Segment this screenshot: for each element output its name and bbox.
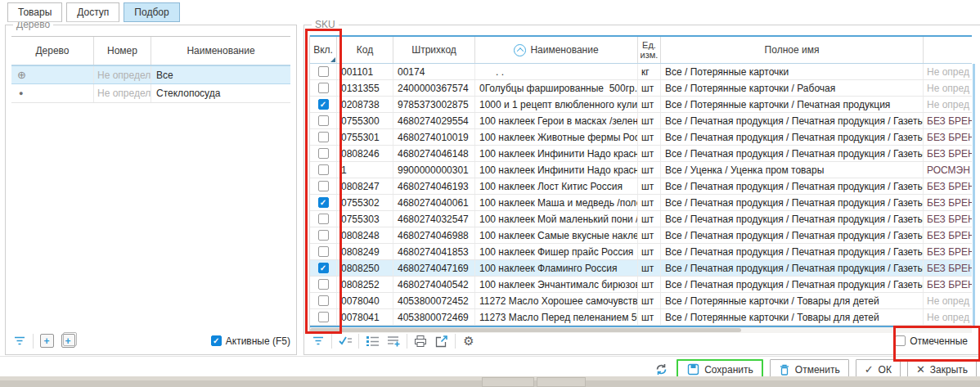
- tree-row[interactable]: ⊕Не определенВсе: [11, 65, 290, 84]
- sku-row[interactable]: 0078040405380007245211272 Масло Хорошее …: [310, 293, 972, 309]
- row-include-checkbox[interactable]: [318, 197, 329, 208]
- cell-unit: шт: [638, 129, 661, 145]
- filter-icon[interactable]: [11, 333, 28, 349]
- tree-groupbox: Дерево Дерево Номер Наименование ⊕Не опр…: [5, 25, 297, 355]
- row-include-checkbox[interactable]: [318, 230, 329, 241]
- sku-row[interactable]: 08082484680274046988100 наклеек Самые вк…: [310, 227, 972, 244]
- row-include-checkbox[interactable]: [318, 66, 329, 77]
- settings-gear-icon[interactable]: ⚙: [461, 333, 477, 349]
- sku-row[interactable]: 08082504680274047169100 наклеек Фламинго…: [310, 260, 972, 277]
- row-include-checkbox[interactable]: [318, 214, 329, 224]
- toolbar-divider: [455, 334, 456, 349]
- cell-code: 0808247: [337, 178, 393, 194]
- row-include-checkbox[interactable]: [318, 148, 329, 159]
- row-include-checkbox[interactable]: [318, 99, 329, 110]
- cell-name: 100 наклеек Самые вкусные наклейкі: [475, 227, 638, 243]
- sku-row[interactable]: 19900000000301100 наклеек Инфинити Надо …: [310, 162, 972, 178]
- row-include-checkbox[interactable]: [318, 246, 329, 257]
- sku-row[interactable]: 07553034680274032547100 наклеек Мой мале…: [310, 211, 972, 227]
- cell-name: 100 наклеек Энчантималс бирюзовая: [475, 277, 638, 292]
- save-icon: [686, 363, 699, 376]
- cell-unit: шт: [638, 178, 661, 194]
- cell-barcode: 4680274010019: [393, 129, 475, 145]
- sku-row[interactable]: 07553014680274010019100 наклеек Животные…: [310, 129, 972, 146]
- col-header-brand[interactable]: [924, 37, 972, 63]
- row-include-checkbox[interactable]: [318, 83, 329, 93]
- toolbar-divider: [33, 334, 34, 349]
- sku-row[interactable]: 013135524000003675740Голубцы фаршированн…: [310, 80, 972, 97]
- sku-table: Вкл. Код Штрихкод Наименование Ед. изм. …: [309, 35, 972, 333]
- tree-table-body: ⊕Не определенВсе●Не определенСтеклопосуд…: [11, 65, 290, 103]
- active-checkbox[interactable]: [211, 335, 222, 346]
- row-include-checkbox[interactable]: [318, 295, 329, 306]
- row-include-checkbox[interactable]: [318, 164, 329, 175]
- cell-code: 0808246: [337, 146, 393, 161]
- cell-brand: БЕЗ БРЕН,: [924, 244, 972, 259]
- vertical-scrollbar[interactable]: [973, 64, 975, 326]
- cell-barcode: 00174: [393, 64, 475, 79]
- marked-filter-toggle[interactable]: Отмеченные: [895, 335, 968, 347]
- marked-checkbox[interactable]: [895, 335, 906, 346]
- sku-row[interactable]: 07553004680274029554100 наклеек Герои в …: [310, 113, 972, 129]
- sku-row[interactable]: 08082524680274040542100 наклеек Энчантим…: [310, 277, 972, 293]
- cell-code: 0755300: [337, 113, 393, 128]
- sku-row[interactable]: 08082464680274046148100 наклеек Инфинити…: [310, 146, 972, 162]
- col-header-barcode[interactable]: Штрихкод: [393, 37, 475, 63]
- sku-row[interactable]: 07553024680274040061100 наклеек Маша и м…: [310, 195, 972, 211]
- cell-name: 100 наклеек Инфинити Надо красная: [475, 162, 638, 178]
- filter-icon[interactable]: [310, 333, 326, 349]
- active-filter-toggle[interactable]: Активные (F5): [211, 335, 290, 347]
- col-header-name[interactable]: Наименование: [475, 37, 638, 63]
- tab-dostup[interactable]: Доступ: [66, 2, 119, 22]
- row-include-checkbox[interactable]: [318, 132, 329, 142]
- cell-name: 100 наклеек Лост Китис Россия: [475, 178, 638, 194]
- sku-row[interactable]: 020873897853730028751000 и 1 рецепт влюб…: [310, 97, 972, 113]
- tree-row[interactable]: ●Не определенСтеклопосуда: [11, 84, 290, 103]
- add-item-icon[interactable]: +: [38, 333, 55, 349]
- cell-unit: шт: [638, 80, 661, 96]
- col-header-fullname[interactable]: Полное имя: [661, 37, 924, 63]
- sku-row[interactable]: 00110100174 . .кгВсе / Потерянные карточ…: [310, 64, 972, 80]
- tab-podbor[interactable]: Подбор: [124, 2, 179, 22]
- row-include-checkbox[interactable]: [318, 181, 329, 191]
- add-to-list-icon[interactable]: [385, 333, 402, 349]
- col-header-unit[interactable]: Ед. изм.: [638, 37, 661, 63]
- cell-brand: Не опред: [924, 97, 972, 112]
- cell-brand: БЕЗ БРЕН,: [924, 227, 972, 243]
- row-include-checkbox[interactable]: [318, 115, 329, 126]
- cell-fullname: Все / Уценка / Уценка пром товары: [661, 162, 924, 178]
- tree-col-header-tree[interactable]: Дерево: [11, 37, 94, 65]
- close-icon: ✕: [916, 364, 925, 375]
- sku-row[interactable]: 0078041405380007246911273 Масло Перед пе…: [310, 309, 972, 326]
- col-header-code[interactable]: Код: [337, 37, 393, 63]
- sku-row[interactable]: 08082494680274041853100 наклеек Фишер пр…: [310, 244, 972, 260]
- cell-fullname: Все / Потерянные карточки / Товары для д…: [661, 293, 924, 308]
- sku-row[interactable]: 08082474680274046193100 наклеек Лост Кит…: [310, 178, 972, 195]
- cell-brand: БЕЗ БРЕН,: [924, 277, 972, 292]
- sku-groupbox: SKU Вкл. Код Штрихкод Наименование Ед. и…: [303, 25, 980, 355]
- check-list-icon[interactable]: [337, 333, 353, 349]
- numbered-list-icon[interactable]: [364, 333, 380, 349]
- print-icon[interactable]: [412, 333, 429, 349]
- add-items-icon[interactable]: +: [60, 333, 76, 349]
- cell-unit: шт: [638, 146, 661, 161]
- check-icon: ✓: [865, 364, 874, 375]
- cell-unit: шт: [638, 260, 661, 276]
- row-include-checkbox[interactable]: [318, 263, 329, 273]
- node-icon: ●: [17, 88, 23, 99]
- cell-code: 1: [337, 162, 393, 178]
- export-icon[interactable]: [434, 333, 450, 349]
- cell-code: 0078041: [337, 309, 393, 325]
- toolbar-divider: [331, 334, 332, 349]
- tree-col-header-number[interactable]: Номер: [94, 37, 151, 65]
- tree-col-header-name[interactable]: Наименование: [151, 37, 290, 65]
- row-include-checkbox[interactable]: [318, 279, 329, 290]
- cell-brand: БЕЗ БРЕН,: [924, 129, 972, 145]
- col-header-check[interactable]: Вкл.: [310, 37, 337, 63]
- cell-name: 100 наклеек Животные фермы Росмэ: [475, 129, 638, 145]
- row-include-checkbox[interactable]: [318, 312, 329, 322]
- cell-fullname: Все / Печатная продукция / Печатная прод…: [661, 129, 924, 145]
- cell-brand: БЕЗ БРЕН,: [924, 211, 972, 227]
- tab-tovary[interactable]: Товары: [7, 2, 62, 22]
- expand-icon[interactable]: ⊕: [17, 70, 26, 80]
